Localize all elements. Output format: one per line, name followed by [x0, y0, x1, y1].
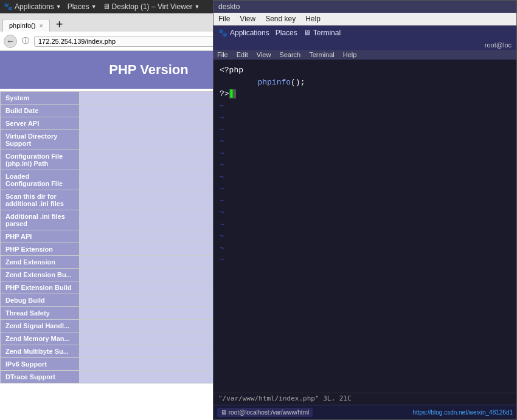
table-cell-key: Thread Safety [1, 307, 80, 320]
virt-titlebar-text: deskto [218, 2, 240, 11]
os-applications-label: Applications [15, 2, 54, 11]
os-app-icon: 🐾 [4, 2, 13, 11]
virt-menu-view[interactable]: View [240, 15, 255, 23]
table-cell-key: Loaded Configuration File [1, 170, 80, 190]
table-cell-key: IPv6 Support [1, 358, 80, 371]
table-cell-key: Build Date [1, 105, 80, 117]
back-button[interactable]: ← [4, 35, 17, 48]
tilde-1: ~ [220, 100, 510, 112]
os-places-menu[interactable]: Places ▼ [68, 2, 97, 11]
tilde-10: ~ [220, 207, 510, 219]
terminal-titlebar: root@loc [213, 40, 516, 50]
os-virt-arrow: ▼ [195, 4, 200, 10]
table-cell-key: Zend Multibyte Su... [1, 345, 80, 358]
virt-menu-sendkey[interactable]: Send key [265, 15, 296, 23]
taskbar-terminal-item[interactable]: 🖥 root@localhost:/var/www/html [217, 408, 313, 417]
tilde-13: ~ [220, 243, 510, 255]
browser-tab-active[interactable]: phpinfo() × [2, 19, 50, 32]
term-menu-view[interactable]: View [257, 51, 271, 58]
terminal-line-3: ?>▌ [220, 88, 510, 100]
term-menu-search[interactable]: Search [279, 51, 300, 58]
inner-terminal-icon: 🖥 [304, 29, 311, 37]
inner-app-icon: 🐾 [218, 29, 227, 37]
inner-topbar: 🐾 Applications Places 🖥 Terminal [213, 26, 516, 40]
tilde-9: ~ [220, 195, 510, 207]
table-cell-key: PHP API [1, 230, 80, 243]
inner-taskbar: 🖥 root@localhost:/var/www/html https://b… [213, 405, 516, 419]
inner-places-menu[interactable]: Places [276, 29, 297, 37]
terminal-menubar: File Edit View Search Terminal Help [213, 50, 516, 60]
new-tab-button[interactable]: + [51, 18, 68, 32]
table-cell-key: PHP Extension Build [1, 281, 80, 294]
inner-places-label: Places [276, 29, 297, 37]
table-cell-key: Server API [1, 117, 80, 130]
taskbar-url: https://blog.csdn.net/weixin_48126d1 [412, 409, 513, 416]
os-applications-arrow: ▼ [56, 4, 61, 10]
os-places-arrow: ▼ [91, 4, 97, 10]
table-cell-key: Configuration File (php.ini) Path [1, 150, 80, 170]
virt-viewer-window: deskto File View Send key Help 🐾 Applica… [213, 0, 517, 420]
virt-viewer-icon: 🖥 [103, 2, 110, 11]
table-cell-key: System [1, 92, 80, 105]
inner-applications-label: Applications [230, 29, 269, 37]
term-menu-file[interactable]: File [217, 51, 228, 58]
terminal-area: root@loc File Edit View Search Terminal … [213, 40, 516, 405]
inner-applications-menu[interactable]: 🐾 Applications [218, 29, 269, 37]
term-menu-edit[interactable]: Edit [237, 51, 248, 58]
tab-title: phpinfo() [9, 22, 35, 29]
tilde-5: ~ [220, 148, 510, 160]
table-cell-key: Virtual Directory Support [1, 130, 80, 150]
table-cell-key: Additional .ini files parsed [1, 210, 80, 230]
tilde-7: ~ [220, 171, 510, 184]
inner-terminal-label: Terminal [313, 29, 341, 37]
tilde-11: ~ [220, 219, 510, 231]
term-menu-terminal[interactable]: Terminal [309, 51, 335, 58]
virt-menu-help[interactable]: Help [305, 15, 321, 23]
table-cell-key: DTrace Support [1, 371, 80, 384]
table-cell-key: Zend Extension [1, 256, 80, 269]
php-version-label: PHP Version [109, 62, 188, 77]
tab-close-button[interactable]: × [39, 22, 43, 29]
lock-icon: ⓘ [22, 36, 29, 46]
terminal-titlebar-text: root@loc [485, 41, 512, 49]
table-cell-key: Zend Signal Handl... [1, 320, 80, 332]
terminal-status-text: "/var/www/html/index.php" 3L, 21C [218, 394, 352, 402]
terminal-statusbar: "/var/www/html/index.php" 3L, 21C [213, 393, 516, 404]
tilde-2: ~ [220, 112, 510, 124]
os-places-label: Places [68, 2, 89, 11]
os-virt-viewer-menu[interactable]: 🖥 Desktop (1) – Virt Viewer ▼ [103, 2, 200, 11]
terminal-content[interactable]: <?php phpinfo(); ?>▌ ~ ~ ~ ~ ~ ~ ~ ~ ~ ~… [213, 60, 516, 393]
terminal-line-2: phpinfo(); [220, 77, 510, 89]
tilde-4: ~ [220, 136, 510, 148]
tilde-8: ~ [220, 183, 510, 195]
taskbar-terminal-label: root@localhost:/var/www/html [229, 409, 309, 416]
table-cell-key: Zend Memory Man... [1, 332, 80, 345]
taskbar-terminal-icon: 🖥 [221, 409, 227, 416]
virt-menubar: File View Send key Help [213, 13, 516, 26]
virt-menu-file[interactable]: File [218, 15, 230, 23]
back-arrow-icon: ← [7, 36, 15, 46]
inner-terminal-menu[interactable]: 🖥 Terminal [304, 29, 341, 37]
table-cell-key: Debug Build [1, 294, 80, 307]
tilde-14: ~ [220, 254, 510, 266]
tilde-3: ~ [220, 124, 510, 136]
tilde-12: ~ [220, 230, 510, 243]
table-cell-key: Scan this dir for additional .ini files [1, 190, 80, 210]
virt-titlebar: deskto [213, 1, 516, 13]
table-cell-key: PHP Extension [1, 243, 80, 256]
os-applications-menu[interactable]: 🐾 Applications ▼ [4, 2, 61, 11]
tilde-6: ~ [220, 159, 510, 171]
table-cell-key: Zend Extension Bu... [1, 269, 80, 281]
term-menu-help[interactable]: Help [343, 51, 357, 58]
terminal-line-1: <?php [220, 64, 510, 77]
os-virt-viewer-label: Desktop (1) – Virt Viewer [112, 2, 193, 11]
